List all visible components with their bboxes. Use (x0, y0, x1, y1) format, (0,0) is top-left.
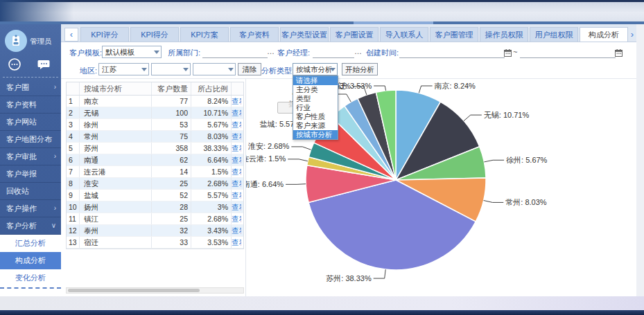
start-analysis-button[interactable]: 开始分析 (342, 63, 378, 75)
sidebar-item-9[interactable]: 客户分析∨ (0, 217, 61, 235)
count-cell: 100 (151, 107, 191, 118)
department-field[interactable] (202, 46, 268, 58)
view-link[interactable]: 查看 (231, 154, 241, 165)
clear-button[interactable]: 清除 (238, 63, 261, 75)
table-row[interactable]: 13宿迁333.53%查看 (67, 237, 243, 249)
dropdown-option-6[interactable]: 客户来源 (293, 121, 338, 130)
table-row[interactable]: 5苏州35838.33%查看 (67, 143, 243, 154)
view-link[interactable]: 查看 (231, 131, 241, 142)
tab-10[interactable]: 用户组权限 (530, 27, 578, 42)
template-select-value: 默认模板 (105, 48, 134, 56)
department-picker-ellipsis[interactable]: … (267, 47, 275, 55)
tab-1[interactable]: KPI评分 (80, 27, 129, 42)
created-to-field[interactable] (520, 46, 616, 58)
count-cell: 53 (151, 119, 191, 130)
tab-2[interactable]: KPI得分 (130, 27, 179, 42)
submenu-item-3[interactable]: 变化分析 (0, 269, 61, 287)
sidebar-item-6[interactable]: 客户举报 (0, 165, 61, 183)
view-link[interactable]: 查看 (231, 96, 241, 107)
dropdown-option-5[interactable]: 客户性质 (293, 112, 338, 121)
table-row[interactable]: 8淮安252.68%查看 (67, 178, 243, 190)
tab-11[interactable]: 构成分析 (580, 27, 628, 42)
count-cell: 25 (151, 213, 191, 224)
tab-3[interactable]: KPI方案 (180, 27, 229, 42)
sidebar-item-8[interactable]: 客户操作› (0, 200, 61, 217)
scrollbar-thumb[interactable] (68, 289, 200, 292)
table-row[interactable]: 7连云港141.5%查看 (67, 166, 243, 178)
tab-7[interactable]: 导入联系人 (380, 27, 428, 42)
region-sub1-select[interactable] (151, 63, 191, 75)
sidebar-item-label: 客户操作 (6, 200, 37, 217)
table-row[interactable]: 6南通626.64%查看 (67, 154, 243, 166)
sidebar-item-7[interactable]: 回收站 (0, 183, 61, 200)
view-link[interactable]: 查看 (231, 213, 241, 224)
view-link[interactable]: 查看 (231, 119, 241, 130)
view-link[interactable]: 查看 (231, 237, 241, 248)
tab-4[interactable]: 客户资料 (230, 27, 279, 42)
percent-cell: 10.71% (191, 107, 231, 118)
dropdown-option-1[interactable]: 请选择 (293, 76, 338, 85)
view-link[interactable]: 查看 (231, 178, 241, 189)
manager-field[interactable] (313, 46, 354, 58)
tab-9[interactable]: 操作员权限 (480, 27, 528, 42)
pie-label-line (374, 86, 385, 91)
analysis-type-label: 分析类型: (261, 66, 294, 76)
sidebar-item-1[interactable]: 客户圈› (0, 79, 61, 96)
tab-6[interactable]: 客户圈设置 (330, 27, 378, 42)
chevron-down-icon (154, 51, 159, 54)
horizontal-scrollbar[interactable] (66, 287, 244, 294)
city-cell: 南京 (79, 96, 151, 107)
analysis-type-select[interactable]: 按城市分析 (293, 63, 338, 75)
table-row[interactable]: 2无锡10010.71%查看 (67, 107, 243, 119)
calendar-icon[interactable] (504, 47, 512, 55)
table-header-cell: 客户数量 (151, 82, 191, 95)
avatar[interactable] (5, 30, 27, 52)
pie-label: 徐州: 5.67% (506, 156, 548, 164)
created-from-field[interactable] (399, 46, 505, 58)
table-row[interactable]: 1南京778.24%查看 (67, 96, 243, 107)
percent-cell: 1.5% (191, 166, 231, 177)
dropdown-option-4[interactable]: 行业 (293, 103, 338, 112)
sidebar-item-4[interactable]: 客户地图分布 (0, 131, 61, 148)
table-row[interactable]: 11镇江252.68%查看 (67, 213, 243, 225)
manager-picker-ellipsis[interactable]: … (354, 47, 362, 55)
table-row[interactable]: 3徐州535.67%查看 (67, 119, 243, 131)
table-row[interactable]: 4常州758.03%查看 (67, 131, 243, 143)
view-link[interactable]: 查看 (231, 201, 241, 213)
region-select[interactable]: 江苏 (98, 63, 149, 75)
dropdown-option-7[interactable]: 按城市分析 (293, 130, 338, 139)
filter-panel: 客户模板: 默认模板 所属部门: … 客户经理: … 创建时间: ~ 地区: 江… (61, 42, 636, 79)
region-sub2-select[interactable] (193, 63, 236, 75)
template-label: 客户模板: (69, 48, 102, 58)
tab-scroll-left[interactable]: ‹ (64, 28, 78, 42)
city-cell: 泰州 (79, 225, 151, 236)
template-select[interactable]: 默认模板 (102, 46, 162, 58)
calendar-icon[interactable] (615, 47, 623, 55)
view-link[interactable]: 查看 (231, 166, 241, 177)
tab-scroll-right[interactable]: › (631, 29, 634, 39)
dropdown-option-2[interactable]: 主分类 (293, 85, 338, 94)
percent-cell: 38.33% (191, 143, 231, 154)
chevron-down-icon (330, 68, 336, 71)
table-row[interactable]: 12泰州323.43%查看 (67, 225, 243, 237)
browser-chrome (0, 0, 644, 21)
sidebar-item-5[interactable]: 客户审批› (0, 148, 61, 165)
sidebar-item-2[interactable]: 客户资料 (0, 96, 61, 114)
city-analysis-table: 按城市分析客户数量所占比例 1南京778.24%查看2无锡10010.71%查看… (66, 82, 244, 249)
pie-label-line (484, 160, 504, 162)
view-link[interactable]: 查看 (231, 190, 241, 201)
table-row[interactable]: 10扬州283%查看 (67, 201, 243, 213)
dropdown-option-3[interactable]: 类型 (293, 94, 338, 103)
view-link[interactable]: 查看 (231, 107, 241, 118)
tab-8[interactable]: 客户圈管理 (430, 27, 478, 42)
sidebar-item-3[interactable]: 客户网站 (0, 114, 61, 131)
submenu-item-2[interactable]: 构成分析 (0, 252, 61, 269)
tab-5[interactable]: 客户类型设置 (280, 27, 329, 42)
table-row[interactable]: 9盐城525.57%查看 (67, 190, 243, 201)
chat-bubble-icon[interactable] (37, 57, 51, 71)
submenu-item-1[interactable]: 汇总分析 (0, 235, 61, 252)
view-link[interactable]: 查看 (231, 143, 241, 154)
headset-icon[interactable] (8, 57, 21, 71)
pie-label: 连云港: 1.5% (246, 154, 286, 163)
view-link[interactable]: 查看 (231, 225, 241, 236)
